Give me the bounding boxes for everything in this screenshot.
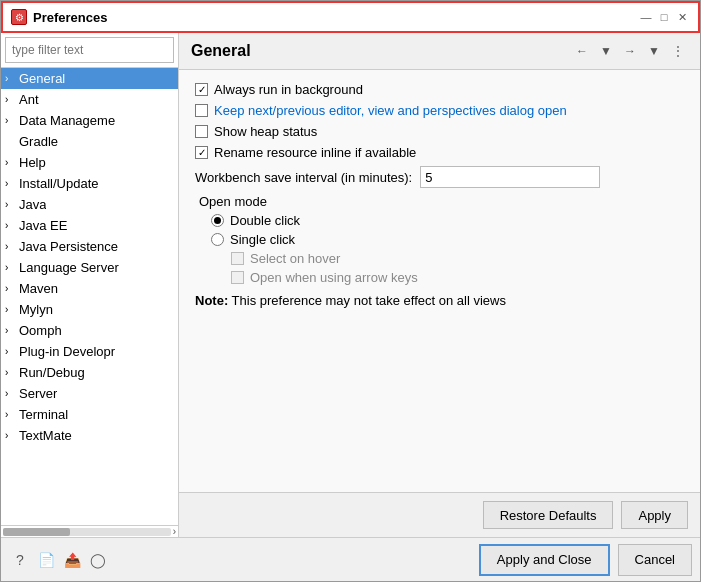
export-icon[interactable]: 📤 bbox=[61, 549, 83, 571]
apply-close-button[interactable]: Apply and Close bbox=[479, 544, 610, 576]
sidebar: ›General›Ant›Data ManagemeGradle›Help›In… bbox=[1, 33, 179, 537]
forward-dropdown-button[interactable]: ▼ bbox=[644, 41, 664, 61]
sidebar-item-server[interactable]: ›Server bbox=[1, 383, 178, 404]
open-mode-section: Open mode Double click Single click Sele… bbox=[195, 194, 684, 285]
sidebar-item-textmate[interactable]: ›TextMate bbox=[1, 425, 178, 446]
open-arrow-row: Open when using arrow keys bbox=[195, 270, 684, 285]
sidebar-item-general[interactable]: ›General bbox=[1, 68, 178, 89]
single-click-radio[interactable] bbox=[211, 233, 224, 246]
sidebar-item-language-server[interactable]: ›Language Server bbox=[1, 257, 178, 278]
sidebar-item-help[interactable]: ›Help bbox=[1, 152, 178, 173]
arrow-icon: › bbox=[5, 94, 17, 105]
arrow-icon: › bbox=[5, 199, 17, 210]
main-header: General ← ▼ → ▼ ⋮ bbox=[179, 33, 700, 70]
more-button[interactable]: ⋮ bbox=[668, 41, 688, 61]
sidebar-item-label: Terminal bbox=[19, 407, 68, 422]
sidebar-tree: ›General›Ant›Data ManagemeGradle›Help›In… bbox=[1, 68, 178, 525]
sidebar-item-ant[interactable]: ›Ant bbox=[1, 89, 178, 110]
sidebar-item-label: Mylyn bbox=[19, 302, 53, 317]
minimize-button[interactable]: — bbox=[638, 9, 654, 25]
note-text: Note: This preference may not take effec… bbox=[195, 293, 506, 308]
rename-inline-option: Rename resource inline if available bbox=[195, 145, 684, 160]
keep-next-checkbox[interactable] bbox=[195, 104, 208, 117]
sidebar-item-java[interactable]: ›Java bbox=[1, 194, 178, 215]
sidebar-item-run-debug[interactable]: ›Run/Debug bbox=[1, 362, 178, 383]
show-heap-checkbox[interactable] bbox=[195, 125, 208, 138]
title-bar: ⚙ Preferences — □ ✕ bbox=[1, 1, 700, 33]
arrow-icon: › bbox=[5, 241, 17, 252]
arrow-icon: › bbox=[5, 304, 17, 315]
keep-next-label[interactable]: Keep next/previous editor, view and pers… bbox=[195, 103, 567, 118]
keep-next-text: Keep next/previous editor, view and pers… bbox=[214, 103, 567, 118]
maximize-button[interactable]: □ bbox=[656, 9, 672, 25]
rename-inline-label[interactable]: Rename resource inline if available bbox=[195, 145, 416, 160]
rename-inline-checkbox[interactable] bbox=[195, 146, 208, 159]
double-click-row: Double click bbox=[195, 213, 684, 228]
apply-button[interactable]: Apply bbox=[621, 501, 688, 529]
note-row: Note: This preference may not take effec… bbox=[195, 293, 684, 308]
arrow-icon: › bbox=[5, 178, 17, 189]
always-run-label[interactable]: Always run in background bbox=[195, 82, 363, 97]
sidebar-item-label: Java bbox=[19, 197, 46, 212]
arrow-icon: › bbox=[5, 409, 17, 420]
arrow-icon: › bbox=[5, 430, 17, 441]
sidebar-item-data-management[interactable]: ›Data Manageme bbox=[1, 110, 178, 131]
open-arrow-text: Open when using arrow keys bbox=[250, 270, 418, 285]
forward-button[interactable]: → bbox=[620, 41, 640, 61]
rename-inline-text: Rename resource inline if available bbox=[214, 145, 416, 160]
sidebar-item-label: Ant bbox=[19, 92, 39, 107]
sidebar-item-mylyn[interactable]: ›Mylyn bbox=[1, 299, 178, 320]
always-run-text: Always run in background bbox=[214, 82, 363, 97]
bottom-icons: ? 📄 📤 ◯ bbox=[9, 549, 109, 571]
sidebar-scrollbar[interactable]: › bbox=[1, 525, 178, 537]
show-heap-label[interactable]: Show heap status bbox=[195, 124, 317, 139]
cancel-button[interactable]: Cancel bbox=[618, 544, 692, 576]
always-run-checkbox[interactable] bbox=[195, 83, 208, 96]
sidebar-item-install-update[interactable]: ›Install/Update bbox=[1, 173, 178, 194]
import-icon[interactable]: 📄 bbox=[35, 549, 57, 571]
double-click-text: Double click bbox=[230, 213, 300, 228]
back-dropdown-button[interactable]: ▼ bbox=[596, 41, 616, 61]
sidebar-item-gradle[interactable]: Gradle bbox=[1, 131, 178, 152]
sidebar-item-java-ee[interactable]: ›Java EE bbox=[1, 215, 178, 236]
sidebar-item-oomph[interactable]: ›Oomph bbox=[1, 320, 178, 341]
sidebar-item-terminal[interactable]: ›Terminal bbox=[1, 404, 178, 425]
sidebar-item-label: Plug-in Developr bbox=[19, 344, 115, 359]
search-input[interactable] bbox=[5, 37, 174, 63]
show-heap-text: Show heap status bbox=[214, 124, 317, 139]
search-box bbox=[1, 33, 178, 68]
help-icon[interactable]: ? bbox=[9, 549, 31, 571]
bottom-bar: ? 📄 📤 ◯ Apply and Close Cancel bbox=[1, 537, 700, 581]
sidebar-item-label: Java Persistence bbox=[19, 239, 118, 254]
main-body: Always run in background Keep next/previ… bbox=[179, 70, 700, 492]
select-hover-row: Select on hover bbox=[195, 251, 684, 266]
sidebar-item-maven[interactable]: ›Maven bbox=[1, 278, 178, 299]
workbench-row: Workbench save interval (in minutes): bbox=[195, 166, 684, 188]
arrow-icon: › bbox=[5, 115, 17, 126]
close-button[interactable]: ✕ bbox=[674, 9, 690, 25]
arrow-icon: › bbox=[5, 262, 17, 273]
sidebar-item-label: Maven bbox=[19, 281, 58, 296]
sidebar-item-label: Data Manageme bbox=[19, 113, 115, 128]
main-footer: Restore Defaults Apply bbox=[179, 492, 700, 537]
sidebar-item-label: TextMate bbox=[19, 428, 72, 443]
open-mode-label: Open mode bbox=[195, 194, 684, 209]
arrow-icon: › bbox=[5, 346, 17, 357]
restore-defaults-button[interactable]: Restore Defaults bbox=[483, 501, 614, 529]
back-button[interactable]: ← bbox=[572, 41, 592, 61]
window-controls: — □ ✕ bbox=[638, 9, 690, 25]
sidebar-item-label: Java EE bbox=[19, 218, 67, 233]
scroll-right-arrow[interactable]: › bbox=[173, 526, 176, 537]
settings-icon[interactable]: ◯ bbox=[87, 549, 109, 571]
arrow-icon: › bbox=[5, 367, 17, 378]
sidebar-item-label: Gradle bbox=[19, 134, 58, 149]
workbench-input[interactable] bbox=[420, 166, 600, 188]
sidebar-item-java-persistence[interactable]: ›Java Persistence bbox=[1, 236, 178, 257]
sidebar-item-label: Run/Debug bbox=[19, 365, 85, 380]
arrow-icon: › bbox=[5, 157, 17, 168]
scrollbar-thumb[interactable] bbox=[3, 528, 70, 536]
content-area: ›General›Ant›Data ManagemeGradle›Help›In… bbox=[1, 33, 700, 537]
sidebar-item-plug-in-dev[interactable]: ›Plug-in Developr bbox=[1, 341, 178, 362]
double-click-radio[interactable] bbox=[211, 214, 224, 227]
arrow-icon: › bbox=[5, 283, 17, 294]
